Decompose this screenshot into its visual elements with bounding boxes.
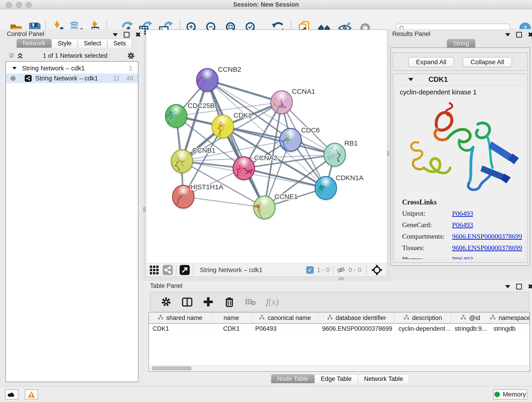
tree-expander-icon[interactable]: [12, 67, 17, 70]
table-cell[interactable]: CDK1: [211, 324, 252, 334]
node-CDKN1A[interactable]: CDKN1A: [315, 174, 364, 201]
panel-float-icon[interactable]: [516, 32, 522, 38]
hidden-eye-icon[interactable]: [336, 267, 345, 274]
panel-close-icon[interactable]: ✖: [135, 32, 141, 37]
table-cell[interactable]: stringdb: [490, 324, 530, 334]
node-label-CCNA1: CCNA1: [292, 88, 315, 95]
tab-edge-table[interactable]: Edge Table: [315, 374, 358, 383]
panel-menu-icon[interactable]: [505, 33, 510, 36]
control-panel: Control Panel ✖ NetworkStyleSelectSets 1…: [0, 29, 144, 386]
network-type-icon: [25, 75, 32, 82]
memory-button[interactable]: Memory: [493, 389, 527, 400]
table-horizontal-scrollbar[interactable]: [149, 365, 530, 371]
tab-node-table[interactable]: Node Table: [271, 374, 315, 383]
netbar-separator: [176, 265, 177, 274]
panel-menu-icon[interactable]: [505, 285, 510, 288]
collapse-all-tree-icon[interactable]: [17, 52, 23, 59]
table-cell[interactable]: cyclin-dependent ...: [395, 324, 451, 334]
column-header--id[interactable]: @id: [451, 313, 490, 323]
tab-style[interactable]: Style: [51, 39, 78, 48]
control-panel-title: Control Panel: [7, 31, 44, 38]
memory-status-dot: [494, 392, 500, 397]
scrollbar-thumb[interactable]: [152, 366, 192, 370]
crosslink-row: Compartments:9606.ENSP00000378699: [402, 232, 522, 240]
network-row[interactable]: String Network – cdk1 11 48: [6, 74, 138, 83]
string-results-container: Expand All Collapse All CDK1 cyclin-depe…: [390, 47, 530, 266]
results-buttons-box: Expand All Collapse All: [393, 52, 528, 71]
network-collection-label: String Network – cdk1: [22, 65, 129, 72]
tab-network-table[interactable]: Network Table: [358, 374, 409, 383]
selected-checkbox-icon[interactable]: ✓: [306, 266, 314, 274]
panel-close-icon[interactable]: ✖: [528, 32, 532, 37]
crosslink-value-link[interactable]: 9606.ENSP00000378699: [452, 232, 522, 240]
edge-HIST1H1A-CCNE1[interactable]: [183, 197, 264, 207]
tab-sets[interactable]: Sets: [107, 39, 132, 48]
node-RB1[interactable]: RB1: [324, 139, 358, 167]
node-label-CDC6: CDC6: [301, 126, 320, 134]
crosslink-row: Uniprot:P06493: [402, 210, 522, 217]
table-cell[interactable]: P06493: [252, 324, 318, 334]
crosslink-value-link[interactable]: P06493: [452, 255, 473, 259]
table-cell[interactable]: CDK1: [149, 324, 211, 334]
left-splitter-grip[interactable]: [143, 207, 146, 212]
column-header-database-identifier[interactable]: database identifier: [318, 313, 395, 323]
detach-view-icon[interactable]: [180, 265, 190, 275]
function-builder-icon[interactable]: f(x): [266, 296, 279, 307]
panel-float-icon[interactable]: [516, 284, 522, 289]
table-options-gear-icon[interactable]: [161, 296, 172, 307]
expand-all-tree-icon[interactable]: [8, 52, 15, 59]
collapse-all-button[interactable]: Collapse All: [462, 57, 512, 67]
panel-menu-icon[interactable]: [113, 33, 118, 36]
cdk1-entry-header[interactable]: CDK1: [393, 74, 527, 85]
tab-network[interactable]: Network: [17, 39, 51, 48]
birdseye-navigator-icon[interactable]: [372, 265, 382, 275]
netbar-separator: [193, 265, 193, 274]
warning-icon: [27, 391, 35, 398]
table-header-row: shared namenamecanonical namedatabase id…: [149, 313, 530, 324]
add-column-icon[interactable]: [203, 296, 214, 307]
network-share-icon[interactable]: [163, 265, 173, 275]
column-header-canonical-name[interactable]: canonical name: [252, 313, 318, 323]
table-row[interactable]: CDK1CDK1P064939606.ENSP00000378699cyclin…: [149, 324, 530, 334]
node-label-CDK1: CDK1: [234, 111, 252, 119]
panel-float-icon[interactable]: [124, 32, 129, 38]
column-header-shared-name[interactable]: shared name: [149, 313, 211, 323]
tab-select[interactable]: Select: [78, 39, 107, 48]
crosslink-value-link[interactable]: P06493: [452, 221, 473, 229]
node-HIST1H1A[interactable]: HIST1H1A: [172, 183, 223, 215]
table-cell[interactable]: stringdb:9...: [451, 324, 490, 334]
show-columns-icon[interactable]: [182, 296, 193, 307]
crosslink-row: GeneCard:P06493: [402, 221, 522, 229]
hidden-counts: 0 - 0: [348, 266, 361, 274]
warnings-button[interactable]: [25, 389, 38, 400]
crosslink-value-link[interactable]: 9606.ENSP00000378699: [452, 244, 522, 252]
edge-CCNB2-CCNA1[interactable]: [207, 80, 282, 102]
network-options-gear-icon[interactable]: [127, 51, 135, 60]
panel-close-icon[interactable]: ✖: [528, 284, 532, 289]
network-canvas[interactable]: CCNB2CCNA1CDC25BCDK1CDC6RB1CCNB1CCNA2CDK…: [146, 30, 387, 264]
table-cell[interactable]: 9606.ENSP00000378699: [318, 324, 395, 334]
node-CDC25B[interactable]: CDC25B: [163, 102, 215, 128]
column-header-name[interactable]: name: [211, 313, 252, 323]
entry-expander-icon[interactable]: [408, 78, 413, 81]
node-label-HIST1H1A: HIST1H1A: [190, 183, 223, 191]
delete-table-icon[interactable]: [245, 297, 256, 307]
node-CCNA1[interactable]: CCNA1: [271, 88, 315, 116]
horizontal-splitter-grip[interactable]: [338, 277, 344, 280]
results-panel-title: Results Panel: [392, 31, 431, 38]
grid-view-icon[interactable]: [149, 265, 159, 275]
node-label-RB1: RB1: [344, 139, 358, 147]
tab-string[interactable]: String: [447, 39, 475, 48]
network-column-icon: [460, 314, 466, 322]
column-header-namespace[interactable]: namespace: [490, 313, 530, 323]
expand-all-button[interactable]: Expand All: [408, 57, 454, 67]
delete-column-icon[interactable]: [224, 296, 235, 307]
crosslink-value-link[interactable]: P06493: [452, 210, 473, 217]
node-CDC6[interactable]: CDC6: [280, 126, 320, 153]
cloud-button[interactable]: [5, 389, 18, 400]
table-panel: Table Panel ✖: [144, 281, 532, 386]
column-header-description[interactable]: description: [395, 313, 451, 323]
memory-label: Memory: [503, 391, 526, 398]
node-CCNE1[interactable]: CCNE1: [254, 193, 298, 228]
network-collection-row[interactable]: String Network – cdk1 1: [6, 64, 138, 73]
